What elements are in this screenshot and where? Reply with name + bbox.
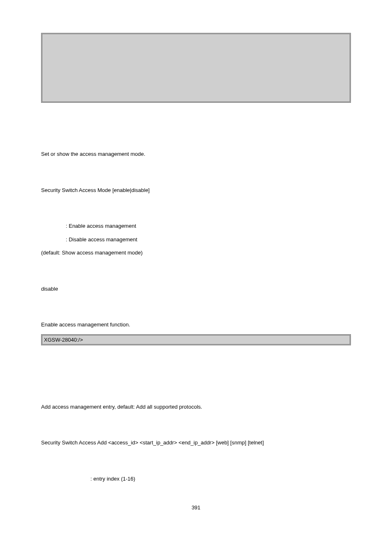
param-default-note: (default: Show access management mode) xyxy=(41,249,351,257)
page-number: 391 xyxy=(41,488,351,511)
syntax-text-2: Security Switch Access Add <access_id> <… xyxy=(41,439,351,447)
code-block-placeholder xyxy=(41,33,351,103)
description-text-2: Add access management entry, default: Ad… xyxy=(41,403,351,411)
syntax-text: Security Switch Access Mode [enable|disa… xyxy=(41,186,351,194)
param-disable: : Disable access management xyxy=(41,236,351,244)
description-text: Set or show the access management mode. xyxy=(41,150,351,158)
param-enable: : Enable access management xyxy=(41,222,351,230)
default-value: disable xyxy=(41,285,351,293)
example-prompt: XGSW-28040:/> xyxy=(44,337,83,343)
example-code-block: XGSW-28040:/> xyxy=(41,334,351,345)
example-description: Enable access management function. xyxy=(41,321,351,329)
param-access-id: : entry index (1-16) xyxy=(41,475,351,483)
page-container: Set or show the access management mode. … xyxy=(0,0,392,555)
